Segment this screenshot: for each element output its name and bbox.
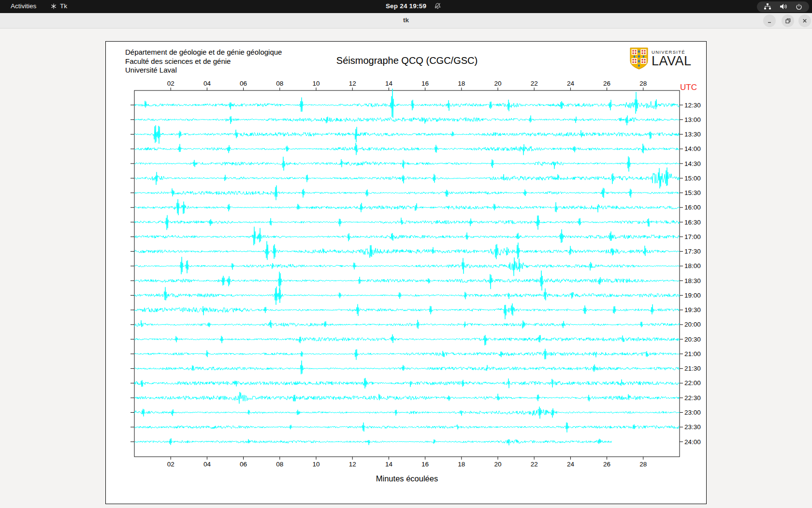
seismogram-trace-24:00 <box>134 438 612 446</box>
gnome-top-bar: Activities Tk Sep 24 19:59 <box>0 0 812 13</box>
seismogram-trace-12:30 <box>134 89 680 118</box>
x-tick-label-top: 28 <box>639 80 647 87</box>
x-tick-label-bottom: 16 <box>421 461 429 468</box>
helicorder-plot: 0202040406060808101012121414161618182020… <box>106 42 706 504</box>
x-tick-label-bottom: 08 <box>276 461 283 468</box>
seismogram-trace-22:00 <box>134 378 680 388</box>
x-tick-label-bottom: 10 <box>312 461 319 468</box>
x-tick-label-top: 06 <box>240 80 247 87</box>
x-tick-label-bottom: 02 <box>167 461 174 468</box>
close-button[interactable] <box>798 15 811 27</box>
restore-icon <box>784 17 791 24</box>
seismogram-trace-13:30 <box>134 125 680 144</box>
time-label: 17:00 <box>684 233 701 240</box>
clock[interactable]: Sep 24 19:59 <box>386 2 426 10</box>
seismogram-trace-13:00 <box>134 116 680 125</box>
seismograph-canvas: Département de géologie et de génie géol… <box>105 41 707 504</box>
x-tick-label-bottom: 12 <box>349 461 356 468</box>
x-tick-label-top: 16 <box>421 80 429 87</box>
x-tick-label-bottom: 18 <box>458 461 465 468</box>
x-tick-label-top: 08 <box>276 80 283 87</box>
tk-sparkle-icon <box>50 3 57 10</box>
seismogram-trace-20:00 <box>134 320 680 329</box>
seismogram-trace-20:30 <box>134 334 680 345</box>
seismogram-trace-23:00 <box>134 407 680 419</box>
time-label: 14:00 <box>684 145 701 152</box>
x-tick-label-top: 02 <box>167 80 174 87</box>
time-label: 15:30 <box>684 189 701 196</box>
minimize-icon <box>766 17 773 24</box>
x-tick-label-top: 22 <box>531 80 538 87</box>
seismogram-trace-21:00 <box>134 349 680 360</box>
volume-icon <box>780 3 787 10</box>
x-tick-label-bottom: 06 <box>240 461 247 468</box>
time-label: 15:00 <box>684 175 701 182</box>
x-tick-label-bottom: 14 <box>385 461 393 468</box>
time-label: 19:00 <box>684 292 701 299</box>
time-label: 12:30 <box>684 102 701 109</box>
network-wired-icon <box>764 3 771 10</box>
time-label: 22:00 <box>684 379 701 387</box>
x-tick-label-bottom: 24 <box>567 461 575 468</box>
x-tick-label-bottom: 04 <box>203 461 211 468</box>
seismogram-trace-16:30 <box>134 215 680 230</box>
seismogram-trace-17:00 <box>134 227 680 245</box>
seismogram-trace-15:30 <box>134 185 680 200</box>
time-label: 16:30 <box>684 219 701 226</box>
x-tick-label-top: 04 <box>203 80 211 87</box>
seismogram-trace-14:30 <box>134 156 680 171</box>
time-label: 18:30 <box>684 277 701 284</box>
seismogram-trace-19:30 <box>134 303 680 319</box>
system-tray[interactable] <box>757 1 809 12</box>
seismogram-trace-14:00 <box>134 143 680 155</box>
time-label: 17:30 <box>684 248 701 255</box>
notifications-disabled-icon <box>434 2 441 11</box>
x-tick-label-bottom: 28 <box>639 461 647 468</box>
seismogram-trace-15:00 <box>134 167 680 188</box>
app-indicator-label: Tk <box>60 2 67 10</box>
time-label: 20:30 <box>684 336 701 343</box>
time-label: 14:30 <box>684 160 701 167</box>
x-tick-label-top: 10 <box>312 80 319 87</box>
time-label: 22:30 <box>684 394 701 402</box>
minimize-button[interactable] <box>763 15 776 27</box>
tk-window-body: Département de géologie et de génie géol… <box>0 29 812 508</box>
app-indicator-tk[interactable]: Tk <box>50 2 67 10</box>
close-icon <box>801 17 808 24</box>
window-titlebar[interactable]: tk <box>0 13 812 29</box>
x-tick-label-bottom: 22 <box>531 461 538 468</box>
activities-button[interactable]: Activities <box>8 2 39 10</box>
x-tick-label-top: 18 <box>458 80 465 87</box>
maximize-button[interactable] <box>782 15 794 27</box>
x-tick-label-bottom: 20 <box>494 461 501 468</box>
x-axis-title: Minutes écoulées <box>134 474 680 483</box>
time-label: 24:00 <box>684 438 701 446</box>
x-tick-label-top: 26 <box>603 80 610 87</box>
time-label: 21:30 <box>684 365 701 372</box>
x-tick-label-top: 14 <box>385 80 393 87</box>
time-label: 23:00 <box>684 409 701 416</box>
time-label: 13:30 <box>684 131 701 138</box>
plot-border <box>134 90 680 457</box>
window-title: tk <box>403 16 409 24</box>
x-tick-label-top: 20 <box>494 80 501 87</box>
seismogram-trace-21:30 <box>134 360 680 374</box>
seismogram-trace-18:30 <box>134 270 680 290</box>
power-icon <box>796 3 802 10</box>
seismogram-trace-18:00 <box>134 257 680 276</box>
seismogram-trace-23:30 <box>134 422 680 433</box>
x-tick-label-top: 24 <box>567 80 575 87</box>
time-label: 18:00 <box>684 262 701 269</box>
time-label: 19:30 <box>684 306 701 314</box>
seismogram-trace-22:30 <box>134 392 680 403</box>
seismogram-trace-17:30 <box>134 241 680 260</box>
x-tick-label-top: 12 <box>349 80 356 87</box>
x-tick-label-bottom: 26 <box>603 461 610 468</box>
time-label: 20:00 <box>684 321 701 328</box>
time-label: 16:00 <box>684 204 701 211</box>
time-label: 13:00 <box>684 116 701 123</box>
seismogram-trace-16:00 <box>134 199 680 215</box>
time-label: 23:30 <box>684 423 701 431</box>
time-label: 21:00 <box>684 350 701 358</box>
seismogram-trace-19:00 <box>134 286 680 305</box>
